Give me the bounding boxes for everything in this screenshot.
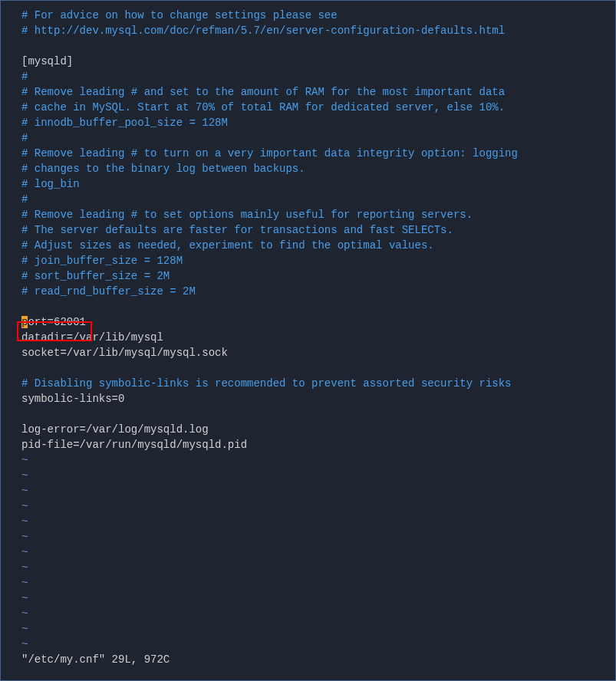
editor-line[interactable]: symbolic-links=0 [21, 391, 616, 406]
editor-text: # Adjust sizes as needed, experiment to … [21, 239, 434, 252]
editor-line[interactable] [21, 406, 616, 422]
editor-text: # cache in MySQL. Start at 70% of total … [21, 101, 505, 114]
editor-line[interactable]: pid-file=/var/run/mysqld/mysqld.pid [21, 437, 616, 452]
editor-line[interactable]: # log_bin [21, 176, 616, 192]
vim-tilde: ~ [21, 531, 28, 543]
editor-line[interactable]: ~ [21, 621, 616, 637]
editor-line[interactable]: ~ [21, 606, 616, 621]
editor-line[interactable]: # read_rnd_buffer_size = 2M [21, 284, 616, 299]
vim-tilde: ~ [21, 577, 28, 589]
editor-text: symbolic-links=0 [21, 393, 124, 405]
editor-line[interactable]: # For advice on how to change settings p… [21, 8, 616, 23]
editor-line[interactable]: # Adjust sizes as needed, experiment to … [21, 238, 616, 253]
editor-text: # [21, 132, 28, 144]
vim-tilde: ~ [21, 469, 28, 482]
editor-line[interactable]: # [21, 130, 616, 146]
editor-line[interactable]: datadir=/var/lib/mysql [21, 330, 616, 345]
editor-text: # For advice on how to change settings p… [21, 9, 338, 21]
editor-text: # Remove leading # to turn on a very imp… [21, 147, 518, 160]
editor-line[interactable]: [mysqld] [21, 54, 616, 69]
editor-line[interactable]: ~ [21, 544, 616, 560]
editor-line[interactable]: # Remove leading # and set to the amount… [21, 84, 616, 100]
editor-line[interactable] [21, 299, 616, 314]
editor-text: # changes to the binary log between back… [21, 163, 305, 175]
editor-text: # Disabling symbolic-links is recommende… [21, 377, 512, 390]
editor-line[interactable]: # Disabling symbolic-links is recommende… [21, 376, 616, 391]
editor-line[interactable]: # changes to the binary log between back… [21, 161, 616, 176]
vim-tilde: ~ [21, 500, 28, 512]
editor-line[interactable]: ~ [21, 468, 616, 483]
editor-text: # read_rnd_buffer_size = 2M [21, 285, 196, 298]
editor-line[interactable]: socket=/var/lib/mysql/mysql.sock [21, 345, 616, 360]
editor-text: # http://dev.mysql.com/doc/refman/5.7/en… [21, 25, 505, 37]
editor-text: log-error=/var/log/mysqld.log [21, 423, 209, 436]
editor-text: # sort_buffer_size = 2M [21, 270, 170, 282]
editor-line[interactable]: ~ [21, 514, 616, 529]
editor-line[interactable] [21, 360, 616, 376]
editor-line[interactable]: ~ [21, 637, 616, 652]
editor-text: # join_buffer_size = 128M [21, 255, 183, 267]
vim-tilde: ~ [21, 592, 28, 604]
editor-line[interactable]: log-error=/var/log/mysqld.log [21, 422, 616, 437]
editor-line[interactable]: ~ [21, 452, 616, 468]
editor-line[interactable] [21, 38, 616, 54]
editor-text: datadir=/var/lib/mysql [21, 331, 163, 344]
editor-line[interactable]: ~ [21, 575, 616, 591]
editor-text: [mysqld] [21, 55, 73, 67]
editor-line[interactable]: # cache in MySQL. Start at 70% of total … [21, 100, 616, 115]
annotation-arrow [21, 667, 616, 681]
editor-text: # [21, 193, 28, 206]
editor-line[interactable]: # sort_buffer_size = 2M [21, 268, 616, 284]
editor-line[interactable]: ~ [21, 560, 616, 575]
editor-line[interactable]: # innodb_buffer_pool_size = 128M [21, 115, 616, 130]
editor-line[interactable]: # http://dev.mysql.com/doc/refman/5.7/en… [21, 23, 616, 38]
editor-text: # Remove leading # to set options mainly… [21, 209, 473, 221]
vim-tilde: ~ [21, 638, 28, 650]
vim-tilde: ~ [21, 607, 28, 620]
editor-line[interactable]: ~ [21, 591, 616, 606]
editor-viewport[interactable]: # For advice on how to change settings p… [21, 8, 616, 667]
vim-tilde: ~ [21, 515, 28, 528]
vim-tilde: ~ [21, 454, 28, 466]
editor-line[interactable]: # [21, 192, 616, 207]
editor-line[interactable]: # The server defaults are faster for tra… [21, 222, 616, 238]
editor-text: # Remove leading # and set to the amount… [21, 86, 505, 98]
editor-line[interactable]: ~ [21, 498, 616, 514]
vim-tilde: ~ [21, 561, 28, 574]
editor-text: # innodb_buffer_pool_size = 128M [21, 117, 228, 129]
editor-line[interactable]: ~ [21, 483, 616, 498]
vim-tilde: ~ [21, 546, 28, 558]
editor-text: socket=/var/lib/mysql/mysql.sock [21, 347, 228, 359]
editor-line[interactable]: port=62001 [21, 314, 616, 330]
editor-text: pid-file=/var/run/mysqld/mysqld.pid [21, 439, 247, 451]
editor-line[interactable]: # [21, 69, 616, 84]
editor-text: # log_bin [21, 178, 80, 190]
editor-line[interactable]: ~ [21, 529, 616, 544]
editor-text: # The server defaults are faster for tra… [21, 224, 453, 236]
editor-text: # [21, 71, 28, 83]
vim-status-line: "/etc/my.cnf" 29L, 972C [21, 652, 616, 667]
editor-line[interactable]: # Remove leading # to turn on a very imp… [21, 146, 616, 161]
editor-line[interactable]: # join_buffer_size = 128M [21, 253, 616, 268]
vim-tilde: ~ [21, 485, 28, 497]
editor-line[interactable]: # Remove leading # to set options mainly… [21, 207, 616, 222]
editor-text: ort=62001 [28, 316, 86, 328]
vim-tilde: ~ [21, 623, 28, 635]
